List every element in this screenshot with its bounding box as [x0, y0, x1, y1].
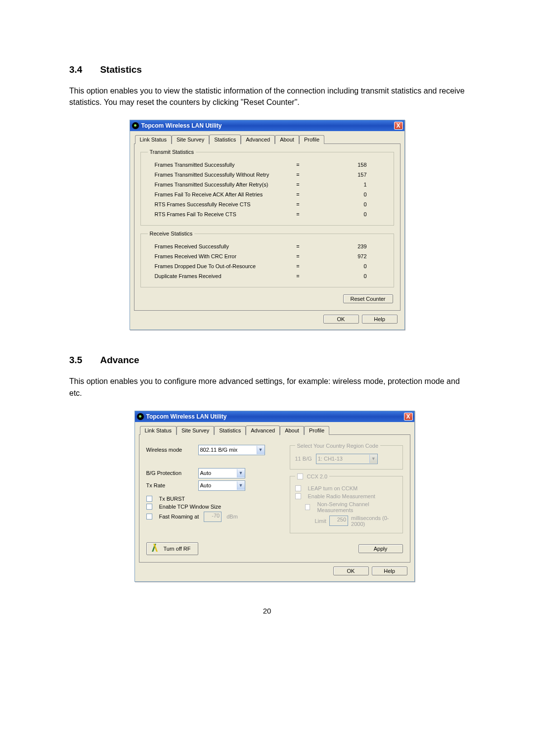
- chevron-down-icon: ▼: [237, 481, 245, 490]
- bg-protection-label: B/G Protection: [146, 470, 193, 476]
- bg-protection-select[interactable]: Auto ▼: [198, 468, 245, 478]
- equals-sign: =: [288, 191, 308, 197]
- turn-off-rf-button[interactable]: Turn off RF: [146, 542, 198, 555]
- stat-row: Frames Transmitted Successfully=158: [148, 160, 387, 170]
- reset-counter-button[interactable]: Reset Counter: [343, 294, 393, 303]
- stat-label: Frames Dropped Due To Out-of-Resource: [148, 263, 288, 269]
- equals-sign: =: [288, 162, 308, 168]
- stat-label: Frames Fail To Receive ACK After All Ret…: [148, 191, 288, 197]
- leap-checkbox: [295, 485, 301, 491]
- tab-advanced[interactable]: Advanced: [246, 425, 280, 435]
- chevron-down-icon: ▼: [237, 469, 245, 477]
- limit-unit: milliseconds (0-2000): [351, 515, 397, 527]
- limit-label: Limit: [315, 518, 326, 524]
- stat-row: RTS Frames Successfully Receive CTS=0: [148, 199, 387, 209]
- stat-row: Frames Received With CRC Error=972: [148, 251, 387, 261]
- tab-link-status[interactable]: Link Status: [135, 135, 172, 144]
- app-icon: [137, 413, 144, 420]
- section-number: 3.5: [69, 355, 82, 366]
- title-bar: Topcom Wireless LAN Utility X: [130, 120, 404, 131]
- enable-tcp-checkbox[interactable]: [146, 504, 152, 510]
- fast-roaming-checkbox[interactable]: [146, 514, 152, 520]
- stat-value: 239: [308, 243, 387, 249]
- limit-value: 250: [329, 516, 348, 526]
- stat-row: Frames Transmitted Successfully After Re…: [148, 180, 387, 189]
- antenna-icon: [150, 544, 162, 554]
- title-bar: Topcom Wireless LAN Utility X: [135, 411, 414, 422]
- ccx-checkbox[interactable]: [297, 473, 303, 479]
- equals-sign: =: [288, 273, 308, 279]
- window-title: Topcom Wireless LAN Utility: [141, 122, 222, 129]
- wireless-mode-label: Wireless mode: [146, 447, 193, 453]
- section-number: 3.4: [69, 64, 82, 75]
- apply-button[interactable]: Apply: [358, 544, 403, 553]
- section-title: Statistics: [100, 64, 141, 75]
- tab-link-status[interactable]: Link Status: [140, 426, 177, 435]
- stat-value: 0: [308, 201, 387, 207]
- stat-row: Frames Received Successfully=239: [148, 241, 387, 251]
- tab-about[interactable]: About: [275, 135, 299, 144]
- ok-button[interactable]: OK: [323, 315, 359, 324]
- tab-advanced[interactable]: Advanced: [241, 135, 275, 144]
- help-button[interactable]: Help: [372, 567, 407, 575]
- txburst-checkbox[interactable]: [146, 496, 152, 502]
- fast-roaming-label: Fast Roaming at: [159, 514, 199, 520]
- tab-profile[interactable]: Profile: [304, 426, 329, 435]
- tab-statistics[interactable]: Statistics: [214, 426, 246, 435]
- country-legend: Select Your Country Region Code: [295, 443, 381, 449]
- tab-profile[interactable]: Profile: [299, 135, 324, 144]
- fast-roaming-unit: dBm: [226, 514, 238, 520]
- stat-label: Duplicate Frames Received: [148, 273, 288, 279]
- app-icon: [132, 122, 139, 129]
- ok-button[interactable]: OK: [333, 567, 369, 575]
- close-button[interactable]: X: [404, 413, 413, 421]
- ccx-legend: CCX 2.0: [307, 473, 328, 479]
- stat-value: 0: [308, 273, 387, 279]
- stat-label: RTS Frames Successfully Receive CTS: [148, 201, 288, 207]
- stat-label: Frames Transmitted Successfully After Re…: [148, 182, 288, 188]
- equals-sign: =: [288, 243, 308, 249]
- stat-row: Duplicate Frames Received=0: [148, 271, 387, 281]
- equals-sign: =: [288, 172, 308, 178]
- nonserving-checkbox: [305, 504, 311, 510]
- tab-about[interactable]: About: [280, 426, 304, 435]
- equals-sign: =: [288, 253, 308, 259]
- equals-sign: =: [288, 211, 308, 217]
- chevron-down-icon: ▼: [257, 446, 265, 454]
- window-title: Topcom Wireless LAN Utility: [146, 413, 227, 420]
- country-select: 1: CH1-13 ▼: [316, 454, 378, 464]
- stat-label: Frames Received With CRC Error: [148, 253, 288, 259]
- stat-label: RTS Frames Fail To Receive CTS: [148, 211, 288, 217]
- stat-value: 0: [308, 191, 387, 197]
- close-button[interactable]: X: [394, 122, 403, 130]
- equals-sign: =: [288, 201, 308, 207]
- stat-label: Frames Transmitted Successfully: [148, 162, 288, 168]
- fast-roaming-value: -70: [204, 512, 222, 522]
- stat-row: RTS Frames Fail To Receive CTS=0: [148, 209, 387, 219]
- statistics-dialog: Topcom Wireless LAN Utility X Link Statu…: [130, 120, 405, 330]
- advanced-dialog: Topcom Wireless LAN Utility X Link Statu…: [134, 411, 415, 582]
- equals-sign: =: [288, 182, 308, 188]
- stat-value: 157: [308, 172, 387, 178]
- radio-measurement-label: Enable Radio Measurement: [308, 493, 375, 499]
- stat-value: 0: [308, 211, 387, 217]
- stat-value: 158: [308, 162, 387, 168]
- wireless-mode-select[interactable]: 802.11 B/G mix ▼: [198, 445, 265, 455]
- nonserving-label: Non-Serving Channel Measurements: [317, 501, 397, 513]
- leap-label: LEAP turn on CCKM: [308, 485, 358, 491]
- stat-value: 1: [308, 182, 387, 188]
- tab-site-survey[interactable]: Site Survey: [177, 426, 214, 435]
- tab-site-survey[interactable]: Site Survey: [172, 135, 209, 144]
- stat-row: Frames Transmitted Successfully Without …: [148, 170, 387, 180]
- tab-statistics[interactable]: Statistics: [209, 135, 241, 144]
- stat-value: 0: [308, 263, 387, 269]
- stat-label: Frames Received Successfully: [148, 243, 288, 249]
- txrate-select[interactable]: Auto ▼: [198, 480, 245, 491]
- chevron-down-icon: ▼: [369, 455, 377, 463]
- transmit-legend: Transmit Statistics: [148, 149, 196, 155]
- help-button[interactable]: Help: [362, 315, 398, 324]
- section-title: Advance: [100, 355, 139, 366]
- txrate-label: Tx Rate: [146, 482, 193, 488]
- stat-value: 972: [308, 253, 387, 259]
- enable-tcp-label: Enable TCP Window Size: [159, 504, 222, 510]
